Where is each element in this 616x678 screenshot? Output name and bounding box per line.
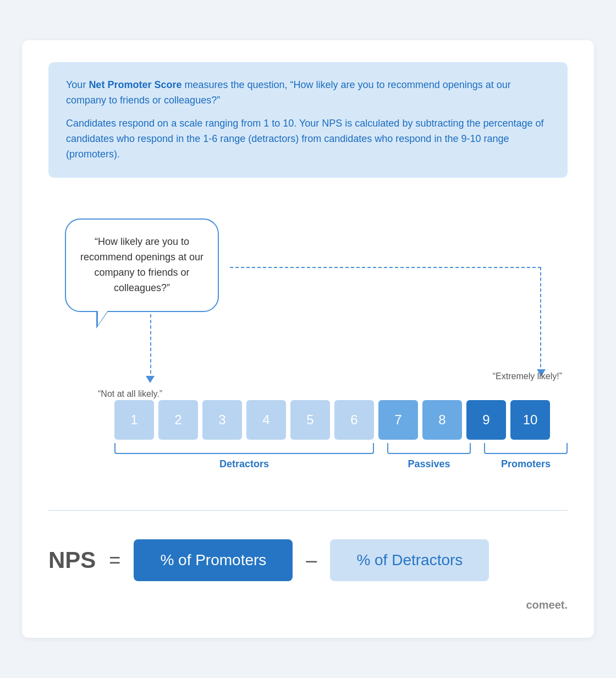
nps-label: NPS: [48, 547, 96, 573]
bracket-detractors: Detractors: [114, 443, 374, 470]
bubble-tail-inner: [98, 310, 108, 325]
scale-box-4: 4: [246, 400, 286, 440]
main-card: Your Net Promoter Score measures the que…: [22, 40, 594, 637]
nps-equals: =: [109, 549, 120, 572]
bracket-promoters: Promoters: [484, 443, 568, 470]
bracket-label-detractors: Detractors: [219, 458, 269, 470]
dotted-h-line: [230, 267, 541, 268]
bracket-gap-1: [378, 443, 383, 470]
bracket-line-promoters: [484, 443, 568, 454]
detractors-box: % of Detractors: [330, 539, 489, 581]
section-divider: [48, 510, 568, 511]
info-line1: Your Net Promoter Score measures the que…: [66, 78, 550, 108]
diagram-section: “How likely are you to recommend opening…: [48, 202, 568, 488]
scale-box-9: 9: [466, 400, 506, 440]
logo-text: comeet.: [526, 599, 568, 611]
info-box: Your Net Promoter Score measures the que…: [48, 62, 568, 177]
nps-formula: NPS = % of Promoters – % of Detractors: [48, 535, 568, 586]
dotted-v-line-left: [150, 314, 151, 379]
bracket-label-promoters: Promoters: [501, 458, 551, 470]
speech-bubble: “How likely are you to recommend opening…: [65, 218, 219, 312]
bracket-passives: Passives: [387, 443, 471, 470]
bubble-text: “How likely are you to recommend opening…: [78, 234, 206, 296]
scale-box-7: 7: [378, 400, 418, 440]
nps-minus: –: [306, 549, 317, 572]
scale-box-5: 5: [290, 400, 330, 440]
scale-box-8: 8: [422, 400, 462, 440]
label-extremely: “Extremely likely!”: [493, 371, 562, 381]
scale-box-10: 10: [510, 400, 550, 440]
bracket-label-passives: Passives: [408, 458, 450, 470]
comeet-logo: comeet.: [48, 599, 568, 611]
scale-boxes: 1 2 3 4 5 6 7 8 9 10: [114, 400, 550, 440]
brackets: Detractors Passives Promoters: [114, 443, 568, 470]
info-line2: Candidates respond on a scale ranging fr…: [66, 116, 550, 162]
bracket-line-detractors: [114, 443, 374, 454]
diagram-inner: “How likely are you to recommend opening…: [48, 202, 568, 477]
scale-box-1: 1: [114, 400, 154, 440]
bracket-line-passives: [387, 443, 471, 454]
label-not-likely: “Not at all likely.”: [98, 389, 162, 399]
dotted-v-line-right: [540, 267, 541, 373]
arrow-left: [146, 376, 155, 383]
scale-box-6: 6: [334, 400, 374, 440]
scale-box-3: 3: [202, 400, 242, 440]
bracket-gap-2: [475, 443, 480, 470]
scale-box-2: 2: [158, 400, 198, 440]
nps-bold: Net Promoter Score: [89, 79, 182, 90]
promoters-box: % of Promoters: [134, 539, 293, 581]
